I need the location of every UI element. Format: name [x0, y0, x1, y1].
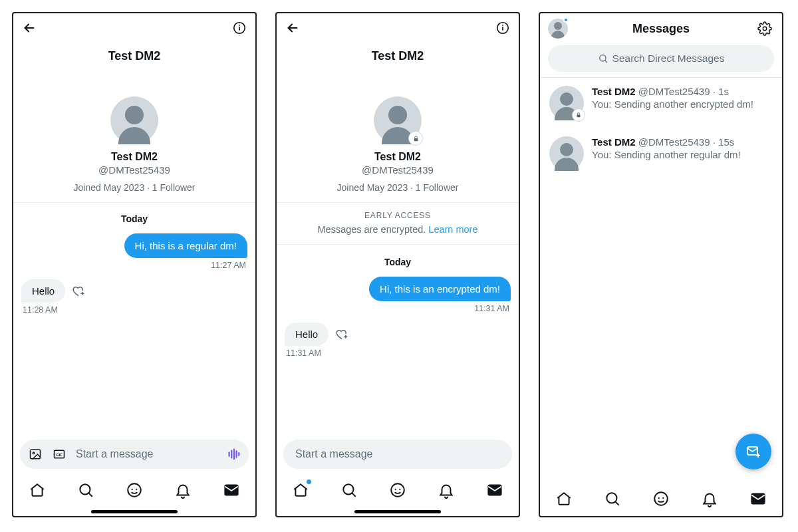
nav-notifications-icon[interactable]: [173, 480, 193, 500]
chat-title[interactable]: Test DM2: [13, 49, 255, 63]
composer[interactable]: GIF Start a message: [20, 440, 249, 469]
nav-messages-icon[interactable]: [221, 480, 241, 500]
svg-rect-23: [414, 138, 418, 141]
composer-placeholder: Start a message: [76, 448, 217, 460]
svg-point-42: [658, 497, 660, 499]
svg-point-41: [654, 492, 668, 505]
bottom-nav: [277, 473, 519, 507]
settings-gear-icon[interactable]: [755, 19, 774, 38]
nav-search-icon[interactable]: [339, 480, 359, 500]
home-indicator[interactable]: [91, 510, 178, 513]
image-icon[interactable]: [28, 447, 43, 462]
profile-meta: Joined May 2023 · 1 Follower: [337, 182, 459, 193]
svg-rect-19: [225, 485, 238, 495]
svg-point-43: [662, 497, 664, 499]
profile-handle: @DMTest25439: [362, 164, 434, 176]
react-heart-icon[interactable]: [70, 283, 86, 299]
conversation-preview: You: Sending another regular dm!: [592, 149, 773, 160]
nav-home-icon[interactable]: [291, 480, 311, 500]
chat-title[interactable]: Test DM2: [277, 49, 519, 63]
conversation-name: Test DM2: [592, 136, 636, 148]
back-icon[interactable]: [20, 19, 39, 37]
profile-block[interactable]: Test DM2 @DMTest25439 Joined May 2023 · …: [277, 96, 519, 203]
outgoing-timestamp: 11:27 AM: [21, 261, 246, 270]
nav-messages-icon[interactable]: [485, 480, 505, 500]
incoming-timestamp: 11:31 AM: [286, 348, 511, 358]
gif-icon[interactable]: GIF: [52, 447, 66, 462]
svg-point-2: [239, 25, 240, 26]
day-separator: Today: [21, 213, 247, 224]
message-list: Today Hi, this is an encrypted dm! 11:31…: [277, 246, 519, 434]
nav-search-icon[interactable]: [76, 480, 96, 500]
banner-text: Messages are encrypted.: [318, 224, 429, 235]
svg-rect-31: [488, 485, 501, 495]
info-icon[interactable]: [493, 19, 512, 37]
profile-name: Test DM2: [111, 151, 158, 163]
bottom-nav: [540, 481, 782, 516]
info-icon[interactable]: [230, 19, 249, 37]
voice-icon[interactable]: [226, 447, 241, 462]
svg-point-16: [128, 483, 141, 497]
svg-point-26: [344, 484, 354, 494]
react-heart-icon[interactable]: [334, 327, 350, 342]
nav-notifications-icon[interactable]: [436, 480, 456, 500]
learn-more-link[interactable]: Learn more: [428, 224, 477, 235]
nav-spaces-icon[interactable]: [388, 480, 408, 500]
composer[interactable]: Start a message: [283, 440, 512, 469]
conversation-handle: @DMTest25439: [638, 86, 710, 97]
svg-rect-5: [31, 450, 41, 458]
svg-line-27: [352, 493, 356, 496]
topbar: [277, 13, 519, 43]
avatar-icon: [549, 86, 584, 120]
conversation-time: 1s: [718, 86, 729, 97]
page-title: Messages: [632, 22, 690, 36]
bottom-nav: [13, 473, 255, 507]
svg-point-17: [132, 489, 133, 490]
svg-rect-44: [751, 493, 765, 503]
svg-point-33: [599, 55, 605, 61]
svg-point-6: [33, 452, 35, 454]
new-message-button[interactable]: [735, 434, 771, 469]
svg-point-28: [391, 483, 404, 497]
conversation-time: 15s: [718, 136, 734, 148]
avatar-icon: [374, 96, 422, 144]
composer-placeholder: Start a message: [295, 448, 504, 460]
svg-point-14: [80, 484, 90, 494]
nav-home-icon[interactable]: [554, 489, 574, 509]
outgoing-message[interactable]: Hi, this is an encrypted dm!: [369, 277, 511, 301]
conversation-handle: @DMTest25439: [638, 136, 710, 148]
home-indicator[interactable]: [354, 510, 441, 513]
nav-notifications-icon[interactable]: [700, 489, 720, 509]
nav-spaces-icon[interactable]: [651, 489, 671, 509]
incoming-message[interactable]: Hello: [285, 323, 329, 346]
search-placeholder: Search Direct Messages: [612, 53, 725, 65]
lock-icon: [408, 131, 423, 146]
svg-point-29: [395, 489, 396, 490]
nav-home-icon[interactable]: [27, 480, 47, 500]
nav-spaces-icon[interactable]: [124, 480, 144, 500]
search-input[interactable]: Search Direct Messages: [548, 45, 774, 72]
avatar-icon: [110, 96, 158, 144]
outgoing-timestamp: 11:31 AM: [285, 304, 509, 313]
back-icon[interactable]: [283, 19, 302, 37]
nav-search-icon[interactable]: [602, 489, 622, 509]
conversation-row[interactable]: Test DM2 @DMTest25439 · 15s You: Sending…: [540, 128, 782, 179]
nav-messages-icon[interactable]: [748, 489, 768, 509]
screen-regular-dm: Test DM2 Test DM2 @DMTest25439 Joined Ma…: [12, 12, 257, 517]
conversation-preview: You: Sending another encrypted dm!: [592, 98, 773, 110]
svg-point-18: [136, 489, 137, 490]
avatar-icon: [549, 136, 584, 171]
svg-line-40: [616, 501, 619, 505]
screen-encrypted-dm: Test DM2 Test DM2 @DMTest25439 Joined Ma…: [275, 12, 520, 517]
profile-name: Test DM2: [374, 151, 421, 163]
profile-block[interactable]: Test DM2 @DMTest25439 Joined May 2023 · …: [13, 96, 255, 203]
svg-point-30: [399, 489, 400, 490]
profile-meta: Joined May 2023 · 1 Follower: [74, 182, 196, 193]
conversation-row[interactable]: Test DM2 @DMTest25439 · 1s You: Sending …: [540, 78, 782, 128]
topbar: Messages: [540, 13, 782, 44]
notification-dot: [307, 479, 311, 484]
encryption-banner: EARLY ACCESS Messages are encrypted. Lea…: [277, 203, 519, 245]
incoming-message[interactable]: Hello: [21, 279, 65, 303]
outgoing-message[interactable]: Hi, this is a regular dm!: [124, 233, 247, 258]
profile-handle: @DMTest25439: [98, 164, 170, 176]
